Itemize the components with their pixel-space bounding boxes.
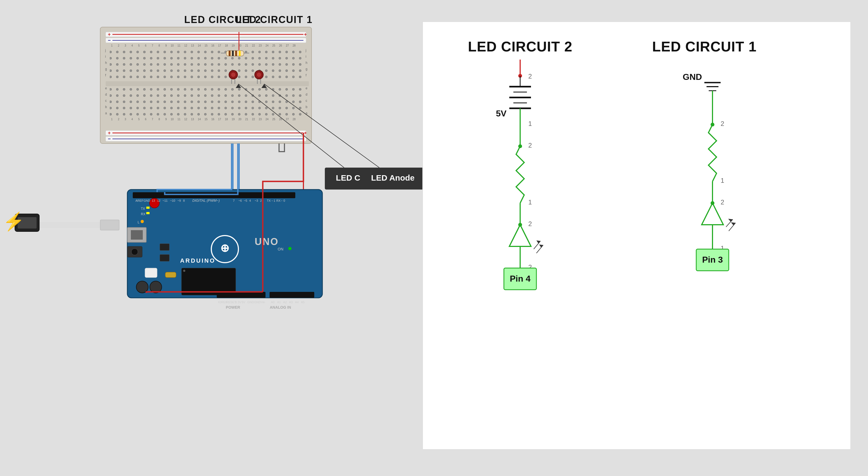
pin2-label: 2 bbox=[260, 199, 262, 202]
pin8-label: 8 bbox=[183, 199, 185, 202]
svg-point-13 bbox=[257, 72, 261, 77]
pin4-label: 4 bbox=[249, 199, 251, 202]
5v-label: 5V bbox=[242, 300, 245, 304]
reset-label: RESET bbox=[226, 300, 236, 304]
col-num-bot-27: 27 bbox=[286, 118, 289, 121]
s2-node2-label: 2 bbox=[528, 72, 532, 80]
col-num-bot-24: 24 bbox=[266, 118, 269, 121]
col-num-bot-8: 8 bbox=[158, 118, 160, 121]
usb-type-b-body bbox=[100, 220, 119, 230]
col-num-23: 23 bbox=[259, 44, 262, 47]
row-label-b-bot: b bbox=[105, 105, 107, 109]
pin6-label: ~6 bbox=[239, 199, 242, 202]
a0-label: A0 bbox=[271, 300, 274, 304]
pin9-label: ~9 bbox=[178, 199, 181, 202]
col-num-26: 26 bbox=[279, 44, 282, 47]
col-num-28: 28 bbox=[292, 44, 296, 47]
col-num-6: 6 bbox=[145, 44, 147, 47]
cap-1 bbox=[136, 281, 148, 293]
gnd1-label: GND bbox=[247, 300, 254, 304]
s1-node2-label: 2 bbox=[721, 120, 724, 127]
bb-divider bbox=[106, 81, 309, 86]
col-num-bot-20: 20 bbox=[239, 118, 242, 121]
s1-pin3-label: Pin 3 bbox=[702, 255, 723, 264]
col-num-14: 14 bbox=[198, 44, 201, 47]
s2-node2c-label: 2 bbox=[528, 220, 532, 227]
col-num-15: 15 bbox=[205, 44, 208, 47]
gnd2-label: GND bbox=[254, 300, 261, 304]
col-num-bot-17: 17 bbox=[218, 118, 221, 121]
row-label-d-bot-r: d bbox=[306, 93, 308, 96]
rx0-label: RX←0 bbox=[276, 199, 285, 202]
col-num-24: 24 bbox=[266, 44, 269, 47]
s2-node1b-label: 1 bbox=[528, 198, 532, 206]
row-label-i-top: i bbox=[105, 55, 106, 59]
col-num-11: 11 bbox=[178, 44, 181, 47]
col-num-bot-13: 13 bbox=[191, 118, 194, 121]
crystal bbox=[165, 272, 176, 278]
row-label-b-bot-r: b bbox=[306, 105, 308, 109]
rail-bottom-plus-r: + bbox=[304, 130, 307, 136]
pin12-label: 12 bbox=[157, 199, 160, 202]
col-num-bot-3: 3 bbox=[125, 118, 126, 121]
svg-rect-7 bbox=[239, 51, 241, 56]
tx-led bbox=[146, 207, 150, 209]
col-num-25: 25 bbox=[272, 44, 276, 47]
col-num-bot-21: 21 bbox=[245, 118, 248, 121]
on-text: ON bbox=[278, 247, 283, 251]
hole-grid-top bbox=[110, 50, 302, 81]
col-num-19: 19 bbox=[231, 44, 235, 47]
pin5-label: ~5 bbox=[244, 199, 247, 202]
right-panel bbox=[423, 22, 851, 449]
svg-rect-5 bbox=[232, 51, 234, 56]
a3-label: A3 bbox=[289, 300, 292, 304]
col-num-22: 22 bbox=[252, 44, 255, 47]
col-num-bot-12: 12 bbox=[184, 118, 187, 121]
circuit1-label: LED CIRCUIT 1 bbox=[236, 14, 313, 25]
aref-label: AREF bbox=[135, 199, 144, 202]
row-label-h-top: h bbox=[105, 61, 107, 65]
pin7-label: 7 bbox=[233, 199, 235, 202]
l-label: L bbox=[137, 220, 140, 224]
row-label-g-top: g bbox=[105, 67, 107, 71]
rx-led bbox=[146, 212, 150, 214]
main-scene: + + − + + − j i h g f j i h g f e d c b bbox=[0, 0, 868, 476]
row-label-h-top-r: h bbox=[306, 61, 308, 65]
col-num-bot-7: 7 bbox=[152, 118, 153, 121]
vin-label: Vin bbox=[261, 300, 265, 304]
col-num-bot-22: 22 bbox=[252, 118, 255, 121]
row-label-g-top-r: g bbox=[306, 67, 308, 71]
col-num-18: 18 bbox=[225, 44, 228, 47]
s2-voltage-label: 5V bbox=[496, 108, 506, 118]
hole-grid-bottom bbox=[110, 87, 302, 118]
tx1-label: TX→1 bbox=[267, 199, 275, 202]
col-num-bot-18: 18 bbox=[225, 118, 228, 121]
col-num-bot-1: 1 bbox=[111, 118, 113, 121]
reset-button[interactable] bbox=[145, 268, 157, 278]
header-pins-top bbox=[133, 192, 295, 198]
l-led bbox=[141, 220, 144, 223]
uno-text: UNO bbox=[255, 236, 279, 247]
row-label-j-top: j bbox=[105, 49, 106, 52]
col-num-1: 1 bbox=[111, 44, 113, 47]
small-chip-2 bbox=[160, 255, 169, 261]
row-label-j-top-r: j bbox=[305, 49, 306, 52]
a2-label: A2 bbox=[283, 300, 287, 304]
col-num-bot-25: 25 bbox=[272, 118, 276, 121]
svg-rect-4 bbox=[229, 51, 230, 56]
col-num-13: 13 bbox=[191, 44, 194, 47]
col-num-16: 16 bbox=[211, 44, 215, 47]
rail-bottom-minus: − bbox=[108, 136, 111, 141]
chip-dot bbox=[183, 270, 185, 272]
row-label-c-bot: c bbox=[105, 99, 107, 103]
row-label-e-bot-r: e bbox=[306, 86, 308, 90]
col-num-bot-15: 15 bbox=[205, 118, 208, 121]
tx-label: TX bbox=[141, 207, 145, 211]
col-num-10: 10 bbox=[171, 44, 174, 47]
col-num-bot-4: 4 bbox=[131, 118, 133, 121]
row-label-a-bot: a bbox=[105, 111, 107, 115]
col-num-bot-28: 28 bbox=[292, 118, 296, 121]
pin13-label: 13 bbox=[152, 199, 155, 202]
pin3-label: ~3 bbox=[255, 199, 258, 202]
main-chip bbox=[182, 268, 236, 295]
